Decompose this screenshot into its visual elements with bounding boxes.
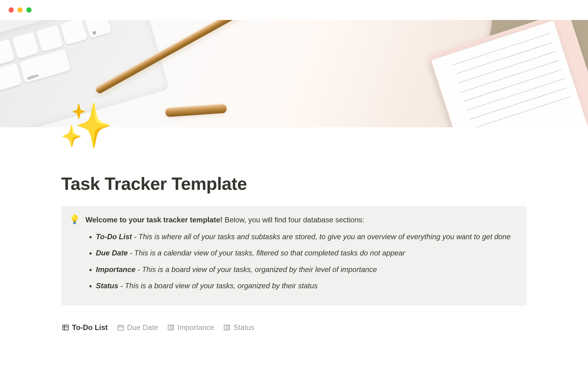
callout-item: Due Date - This is a calendar view of yo… [96, 247, 516, 259]
callout-item-label: To-Do List [96, 232, 132, 241]
callout-item: Importance - This is a board view of you… [96, 264, 516, 275]
page-icon-sparkles[interactable]: ✨ [59, 104, 113, 147]
callout-item-desc: - This is a board view of your tasks, or… [118, 282, 318, 290]
board-icon [223, 324, 231, 331]
tab-label: Due Date [127, 323, 158, 332]
callout-body: Welcome to your task tracker template! B… [85, 214, 516, 296]
svg-rect-0 [63, 325, 68, 330]
callout-lead-rest: Below, you will find four database secti… [223, 216, 364, 224]
tab-importance[interactable]: Importance [167, 323, 214, 334]
callout-item-desc: - This is a board view of your tasks, or… [135, 265, 377, 274]
tab-due-date[interactable]: Due Date [117, 323, 158, 334]
board-icon [167, 324, 175, 331]
minimize-window-button[interactable] [17, 7, 23, 13]
callout-item-desc: - This is a calendar view of your tasks,… [128, 249, 405, 257]
lightbulb-icon: 💡 [69, 214, 80, 296]
tab-label: To-Do List [72, 323, 108, 332]
table-icon [62, 324, 69, 331]
close-window-button[interactable] [9, 7, 14, 13]
svg-rect-7 [168, 325, 174, 330]
page-title[interactable]: Task Tracker Template [61, 173, 527, 194]
svg-rect-10 [224, 325, 230, 330]
window-traffic-lights [0, 0, 588, 20]
callout-item: Status - This is a board view of your ta… [96, 280, 516, 291]
callout-item-label: Status [96, 282, 118, 290]
svg-rect-3 [118, 325, 123, 330]
calendar-icon [117, 324, 124, 331]
tab-label: Status [233, 323, 254, 332]
maximize-window-button[interactable] [26, 7, 32, 13]
tab-label: Importance [177, 323, 214, 332]
callout-lead-strong: Welcome to your task tracker template! [85, 216, 223, 224]
callout-item-label: Due Date [96, 249, 128, 257]
callout-item: To-Do List - This is where all of your t… [96, 231, 516, 242]
callout-item-desc: - This is where all of your tasks and su… [132, 232, 511, 241]
tab-status[interactable]: Status [223, 323, 254, 334]
database-view-tabs: To-Do List Due Date Importa [61, 323, 527, 334]
welcome-callout: 💡 Welcome to your task tracker template!… [61, 206, 527, 305]
tab-to-do-list[interactable]: To-Do List [62, 323, 108, 334]
cover-pen-cap-graphic [165, 104, 227, 117]
callout-item-label: Importance [96, 265, 135, 274]
